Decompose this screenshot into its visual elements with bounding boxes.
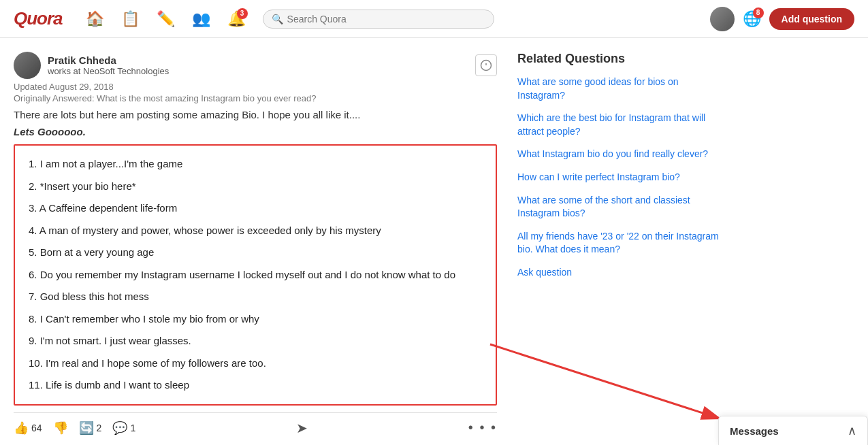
comment-icon: 💬 [112, 421, 127, 435]
avatar-image [710, 7, 735, 31]
related-question-link[interactable]: Which are the best bio for Instagram tha… [517, 112, 722, 138]
report-icon[interactable] [475, 54, 497, 76]
navbar: Quora 🏠 📋 ✏️ 👥 🔔 3 🔍 🌐 8 Add questio [0, 0, 868, 38]
answers-icon-wrap[interactable]: 📋 [118, 7, 143, 31]
related-question-link[interactable]: What Instagram bio do you find really cl… [517, 148, 722, 161]
ask-question-link[interactable]: Ask question [517, 266, 722, 280]
user-avatar[interactable] [710, 7, 735, 31]
author-sub: works at NeoSoft Technologies [48, 66, 475, 76]
upvote-icon: 👍 [14, 421, 29, 435]
author-name: Pratik Chheda [48, 54, 475, 66]
share-count: 2 [97, 423, 102, 433]
globe-wrap[interactable]: 🌐 8 [743, 10, 761, 28]
related-question-link[interactable]: What are some good ideas for bios on Ins… [517, 76, 722, 102]
author-row: Pratik Chheda works at NeoSoft Technolog… [14, 52, 497, 79]
bio-item: 9. I'm not smart. I just wear glasses. [29, 333, 482, 349]
answer-footer: 👍 64 👎 🔄 2 💬 1 [14, 412, 497, 443]
nav-right: 🌐 8 Add question [710, 7, 854, 31]
bio-item: 7. God bless this hot mess [29, 289, 482, 305]
bio-item: 4. A man of mystery and power, whose pow… [29, 223, 482, 239]
nav-icons: 🏠 📋 ✏️ 👥 🔔 3 [83, 7, 249, 31]
avatar-image [14, 52, 41, 79]
bio-item: 10. I'm real and I hope some of my follo… [29, 356, 482, 372]
messages-label: Messages [730, 425, 848, 437]
add-question-button[interactable]: Add question [769, 8, 854, 30]
search-bar[interactable]: 🔍 [263, 10, 494, 29]
edit-icon: ✏️ [157, 10, 175, 28]
bio-item: 6. Do you remember my Instagram username… [29, 267, 482, 283]
answer-intro: There are lots but here am posting some … [14, 109, 497, 120]
answers-icon: 📋 [121, 10, 140, 28]
bio-item: 5. Born at a very young age [29, 245, 482, 261]
messages-bar[interactable]: Messages ∧ [718, 416, 868, 445]
related-question-link[interactable]: What are some of the short and classiest… [517, 194, 722, 220]
bio-item: 2. *Insert your bio here* [29, 179, 482, 195]
edit-icon-wrap[interactable]: ✏️ [154, 7, 178, 31]
notification-icon-wrap[interactable]: 🔔 3 [225, 7, 249, 31]
chevron-up-icon: ∧ [848, 423, 856, 438]
related-question-link[interactable]: How can I write perfect Instagram bio? [517, 171, 722, 184]
answer-bold-line: Lets Goooooo. [14, 126, 497, 137]
share-group: 🔄 2 [79, 421, 102, 435]
more-button[interactable]: • • • [468, 420, 497, 435]
share-button[interactable]: 🔄 [79, 421, 94, 435]
globe-badge: 8 [753, 7, 764, 18]
bio-item: 3. A Caffeine dependent life-form [29, 201, 482, 216]
related-title: Related Questions [517, 52, 722, 66]
upvote-group: 👍 64 [14, 421, 42, 435]
page-layout: Pratik Chheda works at NeoSoft Technolog… [0, 38, 868, 445]
upvote-button[interactable]: 👍 [14, 421, 29, 435]
spaces-icon: 👥 [192, 10, 210, 28]
downvote-icon: 👎 [53, 421, 68, 435]
spaces-icon-wrap[interactable]: 👥 [189, 7, 214, 31]
bio-item: 8. I Can't remember who I stole my bio f… [29, 312, 482, 327]
author-avatar [14, 52, 41, 79]
related-question-link[interactable]: All my friends have '23 or '22 on their … [517, 230, 722, 257]
comment-count: 1 [130, 423, 135, 433]
sidebar: Related Questions What are some good ide… [517, 52, 722, 445]
related-links: What are some good ideas for bios on Ins… [517, 76, 722, 257]
upvote-count: 64 [31, 423, 42, 433]
home-icon: 🏠 [86, 10, 104, 28]
comment-group: 💬 1 [112, 421, 135, 435]
forward-icon: ➤ [296, 420, 308, 436]
home-icon-wrap[interactable]: 🏠 [83, 7, 108, 31]
quora-logo[interactable]: Quora [14, 8, 63, 29]
related-questions: Related Questions What are some good ide… [517, 52, 722, 280]
author-date: Updated August 29, 2018 [14, 82, 497, 92]
answer-card: Pratik Chheda works at NeoSoft Technolog… [14, 52, 497, 445]
comment-button[interactable]: 💬 [112, 421, 127, 435]
search-input[interactable] [287, 14, 485, 24]
share-icon: 🔄 [79, 421, 94, 435]
downvote-button[interactable]: 👎 [53, 421, 68, 435]
bios-box: 1. I am not a player...I'm the game2. *I… [14, 144, 497, 406]
bio-item: 1. I am not a player...I'm the game [29, 156, 482, 172]
forward-button[interactable]: ➤ [296, 420, 308, 436]
author-info: Pratik Chheda works at NeoSoft Technolog… [48, 54, 475, 76]
bio-item: 11. Life is dumb and I want to sleep [29, 378, 482, 393]
notification-badge: 3 [237, 8, 248, 19]
originally-answered: Originally Answered: What is the most am… [14, 93, 497, 103]
search-icon: 🔍 [272, 14, 283, 24]
main-content: Pratik Chheda works at NeoSoft Technolog… [14, 52, 517, 445]
